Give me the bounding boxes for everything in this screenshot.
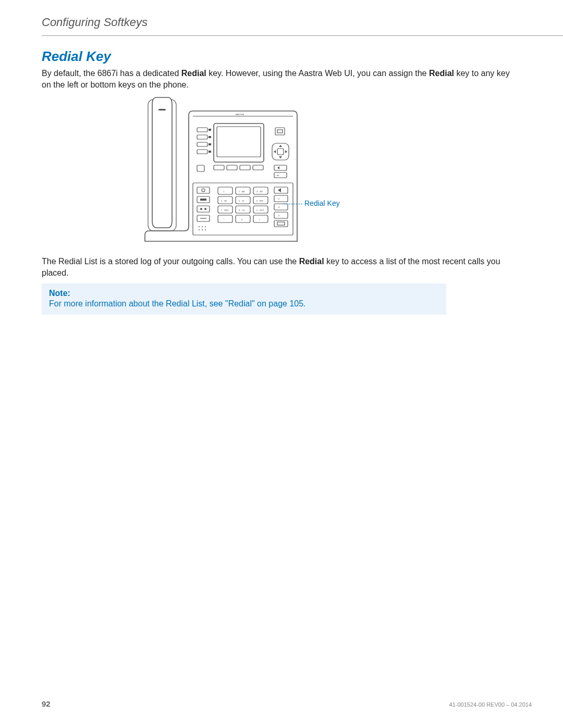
svg-rect-76 (253, 215, 268, 223)
doc-revision: 41-001524-00 REV00 – 04.2014 (449, 701, 532, 708)
svg-marker-22 (279, 145, 282, 147)
svg-marker-24 (274, 150, 276, 153)
svg-text:WXYZ: WXYZ (260, 209, 264, 212)
svg-rect-14 (209, 143, 211, 145)
callout-label: Redial Key (304, 199, 340, 207)
svg-text:PQRS: PQRS (224, 209, 229, 212)
svg-rect-15 (197, 150, 207, 154)
right-progkeys: L2 L3 L4 (274, 187, 288, 227)
svg-point-37 (204, 208, 206, 210)
left-softkeys (197, 128, 211, 171)
svg-rect-6 (227, 165, 237, 170)
svg-rect-82 (274, 204, 288, 210)
redial-list-paragraph: The Redial List is a stored log of your … (42, 256, 511, 278)
svg-rect-16 (209, 151, 211, 153)
dial-pad: 1 2ABC 3DEF 4GHI 5JKL 6MNO 7PQRS 8TUV 9W… (218, 187, 268, 223)
svg-rect-46 (218, 187, 232, 194)
svg-text:L3: L3 (278, 206, 280, 208)
text: The Redial List is a stored log of your … (42, 257, 299, 266)
brand-text: AASTRA (236, 113, 244, 116)
svg-rect-7 (240, 165, 250, 170)
svg-rect-11 (197, 135, 207, 139)
svg-point-43 (199, 229, 200, 230)
svg-rect-74 (236, 215, 250, 223)
svg-text:JKL: JKL (242, 200, 245, 202)
svg-rect-72 (218, 215, 232, 223)
text-bold: Redial (429, 69, 454, 78)
svg-rect-3 (214, 124, 264, 162)
svg-rect-18 (275, 128, 285, 135)
section-title: Redial Key (42, 48, 563, 65)
svg-marker-25 (285, 150, 287, 153)
phone-figure: AASTRA (141, 95, 547, 252)
svg-rect-31 (197, 187, 210, 193)
svg-text:L4: L4 (278, 215, 280, 217)
text: For more information about the Redial Li… (49, 299, 268, 308)
svg-point-45 (205, 229, 206, 230)
note-title: Note: (49, 289, 439, 298)
svg-rect-80 (274, 195, 288, 202)
svg-point-41 (202, 226, 203, 227)
text-bold: Redial (299, 257, 324, 266)
svg-point-40 (199, 226, 200, 227)
svg-rect-17 (197, 165, 204, 171)
page-link[interactable]: page 105 (268, 299, 303, 308)
running-header: Configuring Softkeys (42, 16, 563, 36)
svg-rect-84 (274, 212, 288, 218)
svg-rect-34 (200, 199, 206, 201)
svg-rect-4 (217, 127, 261, 157)
svg-marker-23 (279, 156, 282, 158)
svg-rect-8 (253, 165, 263, 170)
text: By default, the 6867i has a dedicated (42, 69, 181, 78)
callout-line (284, 204, 302, 204)
svg-marker-27 (277, 166, 279, 169)
svg-rect-9 (197, 128, 207, 132)
svg-rect-2 (158, 109, 166, 110)
svg-rect-86 (274, 220, 288, 227)
text-bold: Redial (181, 69, 206, 78)
text: key. However, using the Aastra Web UI, y… (206, 69, 429, 78)
svg-rect-19 (277, 130, 283, 133)
svg-text:MNO: MNO (260, 200, 264, 202)
svg-point-42 (205, 226, 206, 227)
svg-text:A/a: A/a (277, 175, 279, 177)
svg-text:GHI: GHI (224, 200, 227, 202)
page-footer: 92 41-001524-00 REV00 – 04.2014 (42, 699, 532, 708)
svg-rect-10 (209, 129, 211, 131)
text: . (303, 299, 305, 308)
intro-paragraph: By default, the 6867i has a dedicated Re… (42, 68, 511, 90)
svg-rect-21 (277, 149, 284, 155)
svg-point-36 (200, 208, 202, 210)
svg-rect-26 (274, 165, 287, 170)
note-box: Note: For more information about the Red… (42, 283, 446, 315)
note-body: For more information about the Redial Li… (49, 299, 439, 309)
svg-point-44 (202, 229, 203, 230)
document-page: Configuring Softkeys Redial Key By defau… (0, 0, 563, 728)
svg-rect-5 (214, 165, 224, 170)
page-number: 92 (42, 699, 51, 708)
svg-rect-35 (197, 206, 210, 212)
left-hardkeys (197, 187, 210, 230)
svg-rect-28 (274, 172, 287, 178)
svg-text:TUV: TUV (242, 209, 245, 212)
phone-illustration: AASTRA (141, 95, 308, 252)
nav-dpad (272, 143, 289, 160)
svg-text:DEF: DEF (260, 191, 263, 193)
svg-text:L2: L2 (278, 198, 280, 200)
svg-rect-12 (209, 136, 211, 138)
svg-text:ABC: ABC (242, 191, 246, 193)
svg-rect-13 (197, 142, 207, 146)
